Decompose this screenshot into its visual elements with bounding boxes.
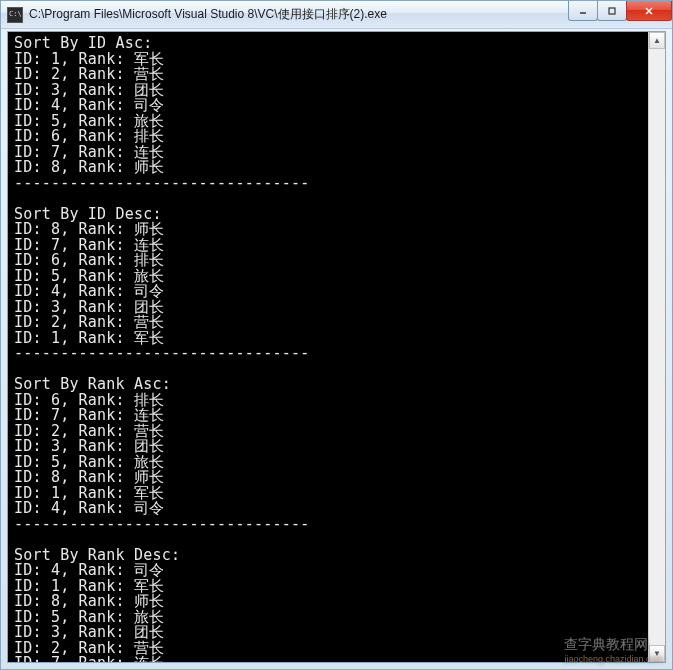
window-controls xyxy=(569,1,672,21)
close-button[interactable] xyxy=(626,1,672,21)
scroll-down-button[interactable]: ▼ xyxy=(649,645,665,662)
window-title: C:\Program Files\Microsoft Visual Studio… xyxy=(29,6,387,23)
app-window: C:\Program Files\Microsoft Visual Studio… xyxy=(0,0,673,670)
vertical-scrollbar[interactable]: ▲ ▼ xyxy=(648,32,665,662)
console-output: Sort By ID Asc: ID: 1, Rank: 军长 ID: 2, R… xyxy=(8,32,648,662)
console-client-area: Sort By ID Asc: ID: 1, Rank: 军长 ID: 2, R… xyxy=(7,31,666,663)
maximize-button[interactable] xyxy=(597,1,627,21)
scroll-up-button[interactable]: ▲ xyxy=(649,32,665,49)
svg-rect-1 xyxy=(609,8,615,14)
scroll-track[interactable] xyxy=(649,49,665,645)
app-icon xyxy=(7,7,23,23)
titlebar[interactable]: C:\Program Files\Microsoft Visual Studio… xyxy=(1,1,672,29)
minimize-button[interactable] xyxy=(568,1,598,21)
